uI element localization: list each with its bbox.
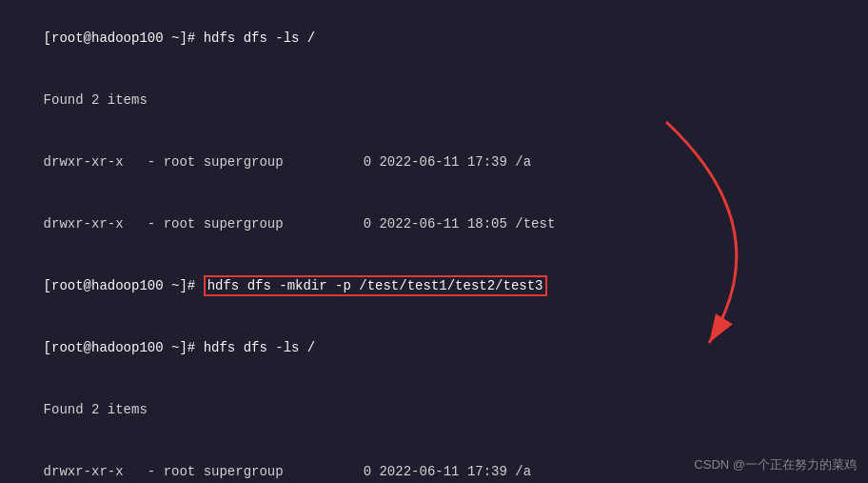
- line-2: Found 2 items: [11, 70, 857, 131]
- cmd-6: hdfs dfs -ls /: [204, 340, 316, 355]
- line-7: Found 2 items: [11, 379, 857, 441]
- output-2: Found 2 items: [44, 92, 148, 108]
- highlighted-cmd: hdfs dfs -mkdir -p /test/test1/test2/tes…: [204, 275, 547, 296]
- line-4: drwxr-xr-x - root supergroup 0 2022-06-1…: [11, 193, 857, 255]
- line-1: [root@hadoop100 ~]# hdfs dfs -ls /: [11, 8, 857, 70]
- output-8: drwxr-xr-x - root supergroup 0 2022-06-1…: [44, 464, 531, 479]
- line-5: [root@hadoop100 ~]# hdfs dfs -mkdir -p /…: [11, 255, 857, 317]
- prompt-5: [root@hadoop100 ~]#: [44, 278, 204, 293]
- cmd-1: hdfs dfs -ls /: [204, 30, 316, 46]
- terminal: [root@hadoop100 ~]# hdfs dfs -ls / Found…: [0, 0, 868, 483]
- output-4: drwxr-xr-x - root supergroup 0 2022-06-1…: [44, 216, 556, 231]
- output-3: drwxr-xr-x - root supergroup 0 2022-06-1…: [44, 154, 531, 170]
- line-6: [root@hadoop100 ~]# hdfs dfs -ls /: [11, 317, 857, 379]
- prompt-1: [root@hadoop100 ~]#: [44, 30, 204, 46]
- prompt-6: [root@hadoop100 ~]#: [44, 340, 204, 355]
- watermark: CSDN @一个正在努力的菜鸡: [694, 456, 857, 473]
- output-7: Found 2 items: [44, 402, 148, 417]
- line-3: drwxr-xr-x - root supergroup 0 2022-06-1…: [11, 131, 857, 193]
